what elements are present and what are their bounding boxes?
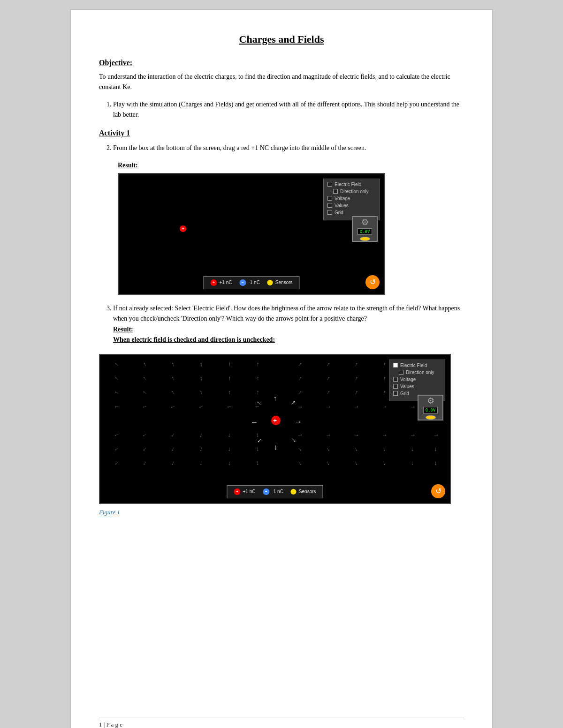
sim1-bottom-panel: + +1 nC − -1 nC Sensors (203, 276, 299, 289)
electric-field-label: Electric Field (335, 182, 361, 187)
svg-text:→: → (323, 374, 332, 383)
numbered-list-2: From the box at the bottom of the screen… (113, 143, 464, 153)
sim2-refresh-button[interactable]: ↺ (431, 484, 445, 498)
svg-text:→: → (353, 403, 359, 410)
values-checkbox (327, 203, 332, 208)
numbered-list-3: If not already selected: Select 'Electri… (113, 303, 464, 345)
svg-text:→: → (254, 361, 261, 368)
svg-text:→: → (380, 445, 389, 453)
svg-text:→: → (381, 431, 388, 438)
svg-text:→: → (168, 360, 177, 368)
svg-text:→: → (226, 432, 233, 438)
activity1-heading: Activity 1 (99, 129, 464, 137)
svg-text:→: → (324, 444, 333, 453)
svg-text:→: → (297, 403, 303, 410)
voltmeter-2-icon: ⚙ (427, 396, 434, 406)
svg-text:→: → (169, 459, 178, 467)
sim2-bottom-panel: + +1 nC − -1 nC Sensors (227, 485, 323, 498)
svg-text:→: → (380, 360, 388, 368)
svg-text:→: → (226, 375, 233, 382)
svg-text:→: → (198, 459, 205, 466)
svg-text:→: → (352, 445, 361, 453)
sim2-direction-only-row: Direction only (393, 370, 441, 375)
svg-text:→: → (323, 360, 333, 368)
simulation-1: + Electric Field Direction only Voltage … (118, 173, 385, 295)
svg-text:→: → (254, 446, 262, 452)
svg-text:→: → (226, 460, 233, 466)
sim1-control-panel: Electric Field Direction only Voltage Va… (323, 179, 380, 220)
sensors-label: Sensors (275, 280, 293, 285)
sim2-negative-charge-item: − -1 nC (263, 488, 283, 495)
result-label-1: Result: (118, 162, 464, 169)
svg-text:→: → (380, 389, 388, 396)
list-item-3: If not already selected: Select 'Electri… (113, 303, 464, 345)
svg-text:→: → (254, 389, 261, 396)
svg-text:→: → (272, 444, 280, 451)
svg-text:→: → (225, 389, 233, 396)
voltage-label: Voltage (335, 196, 350, 201)
svg-text:→: → (140, 374, 149, 383)
objective-heading: Objective: (99, 59, 464, 67)
red-charge-1: + (180, 225, 186, 232)
svg-text:→: → (296, 444, 305, 454)
svg-text:→: → (323, 388, 333, 397)
svg-text:→: → (353, 431, 359, 438)
direction-only-row: Direction only (327, 189, 375, 194)
negative-charge-item: − -1 nC (239, 279, 259, 286)
list-item-3-container: If not already selected: Select 'Electri… (99, 303, 464, 345)
svg-text:→: → (168, 374, 177, 383)
voltmeter: ⚙ 0.0V (352, 216, 378, 242)
svg-text:→: → (112, 388, 121, 397)
svg-text:→: → (381, 403, 388, 410)
svg-text:→: → (113, 403, 120, 411)
footer-text: 1 | P a g e (99, 721, 122, 728)
refresh-button[interactable]: ↺ (365, 275, 380, 289)
svg-text:→: → (324, 458, 333, 467)
svg-text:→: → (140, 360, 149, 369)
svg-text:→: → (197, 360, 205, 368)
svg-text:→: → (352, 459, 361, 467)
svg-text:→: → (433, 431, 439, 438)
svg-text:→: → (325, 431, 331, 438)
svg-text:→: → (254, 460, 262, 466)
sim2-grid-checkbox (393, 391, 398, 396)
svg-text:→: → (168, 445, 177, 454)
electric-field-checkbox (327, 182, 332, 187)
voltmeter-2-display: 0.0V (423, 407, 438, 413)
positive-charge-label: +1 nC (219, 280, 232, 285)
electric-field-row: Electric Field (327, 182, 375, 187)
grid-checkbox (327, 210, 332, 215)
numbered-list: Play with the simulation (Charges and Fi… (113, 99, 464, 120)
values-label: Values (335, 203, 349, 208)
sim2-negative-charge-label: -1 nC (272, 489, 283, 494)
sim2-electric-field-checkbox (393, 363, 398, 368)
sim2-voltage-row: Voltage (393, 377, 441, 382)
sim2-electric-field-row: Electric Field (393, 363, 441, 368)
negative-charge-label: -1 nC (248, 280, 259, 285)
svg-text:→: → (140, 444, 150, 454)
when-electric-field-label: When electric field is checked and direc… (113, 336, 275, 343)
direction-only-checkbox (333, 189, 338, 194)
sim2-values-checkbox (393, 384, 398, 389)
negative-charge-dot: − (239, 279, 246, 286)
page: Charges and Fields Objective: To underst… (70, 9, 493, 728)
svg-text:→: → (140, 388, 149, 398)
svg-text:→: → (295, 360, 304, 369)
sim2-voltage-checkbox (393, 377, 398, 382)
svg-text:→: → (112, 374, 121, 383)
svg-text:→: → (410, 431, 416, 438)
svg-text:→: → (141, 403, 148, 411)
sensors-item: Sensors (267, 280, 293, 285)
voltmeter-2-sensor (426, 415, 436, 420)
svg-text:→: → (168, 388, 177, 398)
sim2-electric-field-label: Electric Field (400, 363, 427, 368)
svg-text:→: → (295, 374, 304, 383)
svg-text:→: → (197, 445, 205, 453)
svg-text:→: → (351, 360, 360, 368)
svg-text:→: → (251, 419, 258, 427)
simulation-2: → → → → → → → → → → → → → → → → → (99, 354, 451, 504)
values-row: Values (327, 203, 375, 208)
svg-text:→: → (295, 418, 302, 426)
svg-text:→: → (226, 446, 233, 452)
svg-text:→: → (197, 431, 206, 439)
